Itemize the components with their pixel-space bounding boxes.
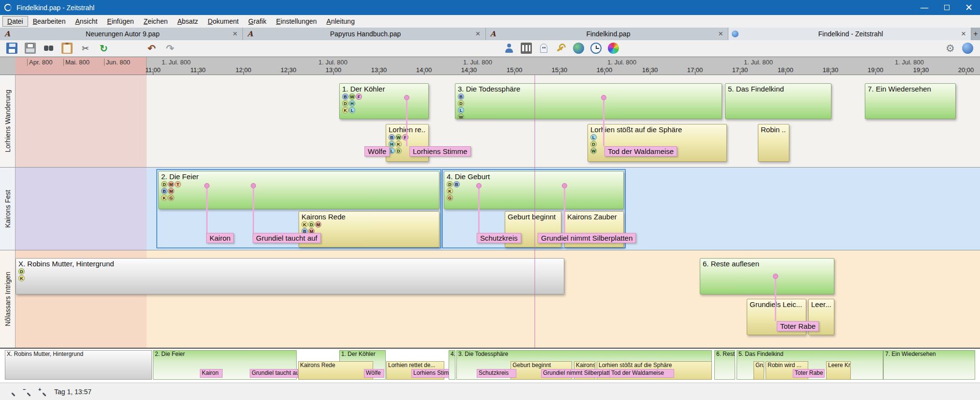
characters-icon[interactable] (503, 43, 514, 54)
minimap-label-item[interactable]: Kairon (200, 369, 223, 378)
minimap-label-item[interactable]: Toter Rabe (793, 369, 825, 378)
minimap-label-item[interactable]: Schutzkreis (477, 369, 516, 378)
character-badge: L (458, 107, 464, 113)
minimap-label-item[interactable]: Lorhiens Stimme (411, 369, 449, 378)
storyboard-icon[interactable] (521, 43, 532, 54)
new-tab-button[interactable]: + (971, 28, 980, 40)
refresh-icon[interactable] (98, 43, 109, 54)
close-button[interactable]: ✕ (958, 0, 980, 15)
character-badge: K (161, 195, 167, 201)
tools-icon[interactable] (556, 43, 567, 54)
menu-item-einstellungen[interactable]: Einstellungen (271, 16, 321, 27)
ruler-tick (740, 72, 740, 75)
sub-event[interactable]: Robin ... (758, 124, 789, 162)
character-badge: L (590, 134, 597, 140)
maximize-button[interactable] (935, 0, 958, 15)
settings-icon[interactable] (945, 43, 956, 54)
menu-item-zeichen[interactable]: Zeichen (139, 16, 173, 27)
minimap-scene-item[interactable]: 7. Ein Wiedersehen (883, 350, 975, 380)
minimap-sub-item[interactable]: Kairons Rede (298, 361, 373, 380)
menu-item-datei[interactable]: Datei (2, 16, 28, 27)
character-badge: G (168, 195, 174, 201)
minimize-button[interactable]: — (913, 0, 935, 15)
minimap-bg-item[interactable]: X. Robins Mutter, Hintergrund (5, 350, 152, 380)
minimap-label-item[interactable]: Grundiel taucht auf (250, 369, 298, 378)
papyrus-icon: A (489, 30, 497, 38)
tab-papyrus-handbuch-pap[interactable]: APapyrus Handbuch.pap× (243, 28, 486, 40)
scene-event[interactable]: 7. Ein Wiedersehen (865, 83, 956, 119)
event-label[interactable]: Lorhiens Stimme (409, 146, 471, 156)
minimap-sub-item[interactable]: Gru (754, 361, 764, 380)
tab-close-icon[interactable]: × (231, 29, 239, 39)
menu-item-grafik[interactable]: Grafik (243, 16, 271, 27)
menu-item-bearbeiten[interactable]: Bearbeiten (28, 16, 71, 27)
event-label[interactable]: Schutzkreis (477, 233, 521, 243)
toolbar-group-history (146, 43, 176, 54)
badge-row: B (458, 93, 719, 100)
menu-item-einfügen[interactable]: Einfügen (102, 16, 138, 27)
menu-item-anleitung[interactable]: Anleitung (322, 16, 360, 27)
zoom-out-icon[interactable]: − (20, 386, 31, 397)
connector-line (775, 276, 776, 321)
ruler-tick (288, 72, 289, 75)
lane-title-text: Kairons Fest (4, 190, 12, 228)
scene-event[interactable]: 3. Die TodessphäreBDLW (455, 83, 722, 119)
scene-event[interactable]: X. Robins Mutter, HintergrundDK (15, 258, 564, 294)
tab-close-icon[interactable]: × (960, 29, 967, 39)
style-icon[interactable] (962, 43, 973, 54)
print-icon[interactable] (25, 43, 36, 54)
colors-icon[interactable] (608, 43, 619, 54)
minimap-label-item[interactable]: Tod der Waldameise (609, 369, 674, 378)
globe-icon[interactable] (573, 43, 584, 54)
event-label[interactable]: Grundiel taucht auf (253, 233, 321, 243)
event-title: 2. Die Feier (161, 172, 437, 181)
timeline-icon (732, 31, 739, 37)
character-badge: D (18, 268, 25, 275)
event-title: Kairons Zauber (567, 213, 621, 221)
tab-findelkind-zeitstrahl[interactable]: Findelkind - Zeitstrahl× (728, 28, 971, 40)
toolbar-group-middle (503, 43, 619, 54)
scene-event[interactable]: 6. Reste auflesen (700, 258, 834, 294)
scene-event[interactable]: 4. Die GeburtDBKG (444, 171, 624, 209)
clock-icon[interactable] (590, 43, 602, 54)
event-label[interactable]: Toter Rabe (777, 321, 819, 331)
timeline-wrap: 1. Der KöhlerBWFDHKL3. Die TodessphäreBD… (0, 75, 980, 348)
tab-findelkind-pap[interactable]: AFindelkind.pap× (486, 28, 729, 40)
event-label[interactable]: Tod der Waldameise (604, 146, 677, 156)
ruler-tick (153, 72, 153, 75)
minimap-scene-item[interactable]: 6. Reste (714, 350, 735, 380)
clipboard-icon[interactable] (61, 43, 73, 54)
lane-month-region (15, 168, 147, 250)
scene-event[interactable]: 2. Die FeierDMTBMKG (158, 171, 439, 209)
event-label[interactable]: Kairon (206, 233, 234, 243)
connector-line (253, 185, 254, 233)
cut-icon[interactable] (80, 43, 91, 54)
menu-item-dokument[interactable]: Dokument (203, 16, 243, 27)
event-label[interactable]: Grundiel nimmt Silberplatten (538, 233, 636, 243)
ghost-icon[interactable] (538, 43, 549, 54)
tab-close-icon[interactable]: × (717, 29, 724, 39)
minimap-label-item[interactable]: Grundiel nimmt Silberplatt... (541, 369, 618, 378)
title-bar: Findelkind.pap - Zeitstrahl — ✕ (0, 0, 980, 15)
undo-icon[interactable] (146, 43, 157, 54)
ruler-tick (785, 72, 786, 75)
zoom-fit-icon[interactable] (5, 386, 16, 397)
menu-item-absatz[interactable]: Absatz (172, 16, 203, 27)
papyrus-icon: A (3, 30, 11, 38)
event-label[interactable]: Wölfe (364, 146, 390, 156)
scene-event[interactable]: 1. Der KöhlerBWFDHKL (339, 83, 429, 119)
minimap-label-item[interactable]: Wölfe (364, 369, 384, 378)
scene-event[interactable]: 5. Das Findelkind (725, 83, 831, 119)
menu-item-ansicht[interactable]: Ansicht (70, 16, 102, 27)
minimap-sub-item[interactable]: Leere Kri... (826, 361, 851, 380)
minimap-scene-item[interactable]: 4. (449, 350, 455, 380)
search-icon[interactable] (43, 43, 54, 54)
zoom-in-icon[interactable]: + (36, 386, 47, 397)
badge-row: BM (161, 188, 437, 194)
papyrus-icon: A (246, 30, 254, 38)
tab-close-icon[interactable]: × (474, 29, 482, 39)
minimap[interactable]: X. Robins Mutter, Hintergrund2. Die Feie… (0, 348, 980, 383)
tab-neuerungen-autor-9-pap[interactable]: ANeuerungen Autor 9.pap× (0, 28, 243, 40)
redo-icon[interactable] (165, 43, 176, 54)
save-icon[interactable] (6, 43, 17, 54)
